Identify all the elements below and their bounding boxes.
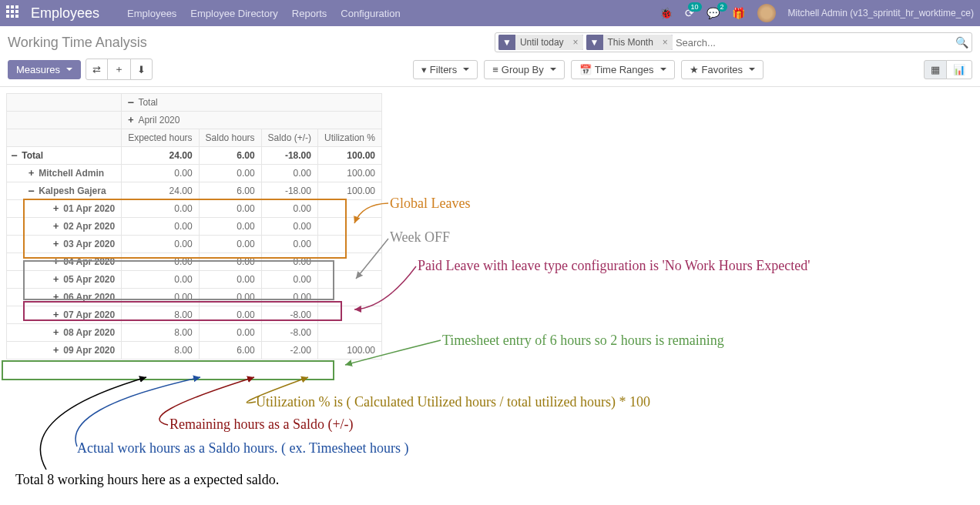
download-button[interactable]: ⬇ [130, 59, 153, 80]
search-input[interactable] [676, 37, 952, 48]
page-title: Working Time Analysis [8, 35, 147, 51]
avatar[interactable] [757, 4, 776, 22]
username[interactable]: Mitchell Admin (v13_sprintit_hr_worktime… [788, 8, 974, 18]
top-navbar: Employees Employees Employee Directory R… [0, 0, 980, 26]
nav-link-employees[interactable]: Employees [127, 8, 176, 19]
highlight-timesheet [2, 360, 334, 380]
graph-view-button[interactable]: 📊 [946, 60, 972, 79]
search-facet-this-month[interactable]: ▼ This Month × [586, 35, 673, 50]
pivot-view-button[interactable]: ▦ [924, 60, 947, 79]
expand-all-button[interactable]: ＋ [107, 59, 131, 80]
table-row[interactable]: +Mitchell Admin0.000.000.00100.00 [7, 165, 382, 182]
nav-links: Employees Employee Directory Reports Con… [127, 8, 401, 19]
activity-badge: 10 [688, 2, 702, 12]
nav-link-reports[interactable]: Reports [292, 8, 327, 19]
debug-icon[interactable]: 🐞 [659, 7, 673, 19]
table-row[interactable]: +04 Apr 20200.000.000.00 [7, 253, 382, 271]
messages-icon[interactable]: 💬2 [706, 7, 720, 19]
app-brand[interactable]: Employees [31, 5, 99, 22]
annotation-remaining: Remaining hours as a Saldo (+/-) [169, 416, 354, 433]
filter-icon: ▼ [586, 35, 603, 50]
annotation-utilization: Utilization % is ( Calculated Utilized h… [256, 394, 650, 410]
search-facet-until-today[interactable]: ▼ Until today × [498, 35, 583, 50]
table-row[interactable]: —Total24.006.00-18.00100.00 [7, 147, 382, 165]
annotation-global-leaves: Global Leaves [390, 196, 470, 212]
table-row[interactable]: +08 Apr 20208.000.00-8.00 [7, 324, 382, 342]
messages-badge: 2 [717, 2, 727, 12]
table-row[interactable]: +05 Apr 20200.000.000.00 [7, 271, 382, 289]
search-icon[interactable]: 🔍 [955, 36, 968, 48]
close-icon[interactable]: × [658, 35, 673, 50]
control-panel: Working Time Analysis ▼ Until today × ▼ … [0, 26, 980, 87]
groupby-button[interactable]: ≡ Group By [484, 60, 565, 79]
measures-button[interactable]: Measures [8, 60, 81, 79]
annotation-expected: Total 8 working hours here as a expected… [15, 472, 279, 488]
nav-link-directory[interactable]: Employee Directory [190, 8, 277, 19]
table-row[interactable]: +02 Apr 20200.000.000.00 [7, 218, 382, 236]
filter-icon: ▼ [498, 35, 515, 50]
table-row[interactable]: —Kalpesh Gajera24.006.00-18.00100.00 [7, 182, 382, 200]
table-row[interactable]: +07 Apr 20208.000.00-8.00 [7, 306, 382, 324]
nav-link-configuration[interactable]: Configuration [341, 8, 400, 19]
favorites-button[interactable]: ★ Favorites [681, 60, 764, 79]
annotation-timesheet: Timesheet entry of 6 hours so 2 hours is… [442, 333, 724, 349]
timeranges-button[interactable]: 📅 Time Ranges [571, 60, 675, 79]
pivot-table[interactable]: —Total+April 2020Expected hoursSaldo hou… [6, 93, 382, 360]
filters-button[interactable]: ▾ Filters [413, 60, 478, 79]
apps-icon[interactable] [6, 5, 22, 21]
close-icon[interactable]: × [569, 35, 583, 50]
table-row[interactable]: +01 Apr 20200.000.000.00 [7, 200, 382, 218]
table-row[interactable]: +06 Apr 20200.000.000.00 [7, 289, 382, 306]
table-row[interactable]: +09 Apr 20208.006.00-2.00100.00 [7, 342, 382, 360]
search-bar[interactable]: ▼ Until today × ▼ This Month × 🔍 [495, 32, 972, 52]
table-row[interactable]: +03 Apr 20200.000.000.00 [7, 236, 382, 253]
gift-icon[interactable]: 🎁 [732, 7, 745, 19]
pivot-area: —Total+April 2020Expected hoursSaldo hou… [0, 87, 980, 360]
flip-axis-button[interactable]: ⇄ [86, 59, 108, 80]
activity-icon[interactable]: ⟳10 [685, 7, 694, 19]
annotation-actual: Actual work hours as a Saldo hours. ( ex… [77, 440, 408, 457]
annotation-week-off: Week OFF [390, 229, 450, 246]
annotation-paid-leave: Paid Leave with leave type configuration… [418, 258, 811, 274]
